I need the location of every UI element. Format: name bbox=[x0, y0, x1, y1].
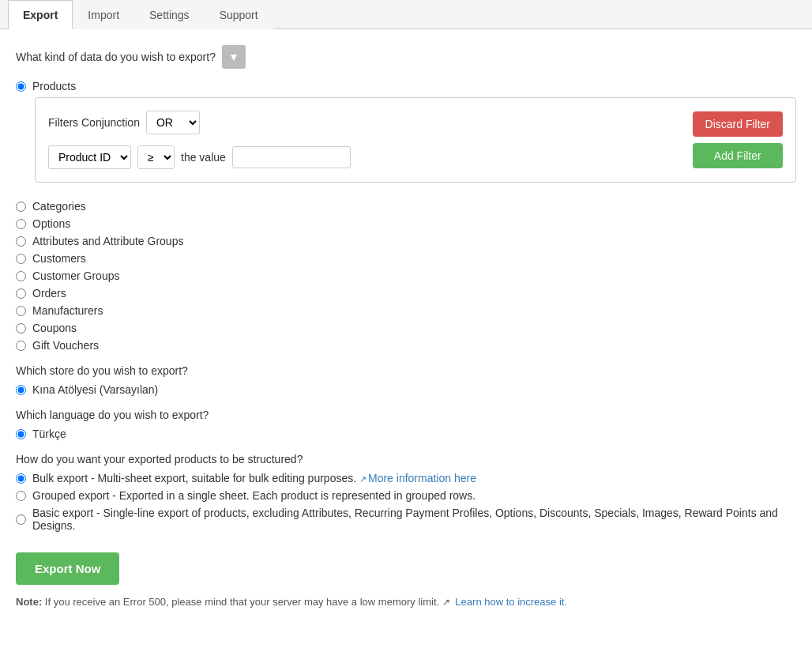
note-link[interactable]: Learn how to increase it. bbox=[455, 596, 567, 608]
tab-import[interactable]: Import bbox=[73, 0, 134, 29]
filter-value-input[interactable] bbox=[232, 146, 351, 168]
radio-coupons-label[interactable]: Coupons bbox=[32, 322, 77, 334]
export-question-row: What kind of data do you wish to export?… bbox=[16, 45, 796, 69]
more-info-link[interactable]: More information here bbox=[359, 472, 476, 484]
radio-bulk-label[interactable]: Bulk export - Multi-sheet export, suitab… bbox=[32, 472, 476, 484]
ext-link-icon bbox=[442, 596, 453, 608]
radio-categories[interactable]: Categories bbox=[16, 200, 796, 213]
radio-gift-vouchers[interactable]: Gift Vouchers bbox=[16, 339, 796, 352]
radio-customer-groups-label[interactable]: Customer Groups bbox=[32, 269, 119, 282]
radio-orders-label[interactable]: Orders bbox=[32, 287, 66, 300]
radio-options-label[interactable]: Options bbox=[32, 217, 70, 230]
operator-select[interactable]: ≥ ≤ = ≠ > < bbox=[137, 145, 175, 169]
tab-settings[interactable]: Settings bbox=[134, 0, 205, 29]
radio-attributes[interactable]: Attributes and Attribute Groups bbox=[16, 235, 796, 247]
radio-customers[interactable]: Customers bbox=[16, 252, 796, 265]
radio-manufacturers[interactable]: Manufacturers bbox=[16, 304, 796, 317]
data-type-group: Products Filters Conjunction OR AND Prod… bbox=[16, 80, 796, 352]
filter-icon: ▼ bbox=[222, 45, 246, 69]
radio-gift-vouchers-label[interactable]: Gift Vouchers bbox=[32, 339, 99, 352]
tab-export[interactable]: Export bbox=[8, 0, 73, 29]
discard-filter-button[interactable]: Discard Filter bbox=[693, 111, 783, 137]
radio-store-kina[interactable]: Kına Atölyesi (Varsayılan) bbox=[16, 383, 796, 396]
tab-support[interactable]: Support bbox=[205, 0, 273, 29]
radio-basic[interactable]: Basic export - Single-line export of pro… bbox=[16, 507, 796, 532]
radio-orders[interactable]: Orders bbox=[16, 287, 796, 300]
language-tr-label[interactable]: Türkçe bbox=[32, 428, 66, 440]
add-filter-button[interactable]: Add Filter bbox=[693, 143, 783, 168]
radio-coupons[interactable]: Coupons bbox=[16, 322, 796, 334]
language-question: Which language do you wish to export? bbox=[16, 409, 796, 421]
note-prefix: Note: bbox=[16, 596, 42, 608]
store-group: Kına Atölyesi (Varsayılan) bbox=[16, 383, 796, 396]
radio-products[interactable]: Products bbox=[16, 80, 796, 92]
export-now-button[interactable]: Export Now bbox=[16, 552, 119, 585]
export-question-text: What kind of data do you wish to export? bbox=[16, 51, 216, 63]
radio-language-tr[interactable]: Türkçe bbox=[16, 428, 796, 440]
radio-bulk[interactable]: Bulk export - Multi-sheet export, suitab… bbox=[16, 472, 796, 484]
radio-grouped-label[interactable]: Grouped export - Exported in a single sh… bbox=[32, 489, 476, 502]
radio-products-label[interactable]: Products bbox=[32, 80, 76, 92]
radio-options[interactable]: Options bbox=[16, 217, 796, 230]
language-group: Türkçe bbox=[16, 428, 796, 440]
radio-attributes-label[interactable]: Attributes and Attribute Groups bbox=[32, 235, 183, 247]
filter-row: Product ID Name SKU Price Quantity Statu… bbox=[48, 145, 783, 169]
store-question: Which store do you wish to export? bbox=[16, 364, 796, 377]
structure-question: How do you want your exported products t… bbox=[16, 453, 796, 465]
conjunction-row: Filters Conjunction OR AND bbox=[48, 111, 783, 134]
filter-box: Filters Conjunction OR AND Product ID Na… bbox=[35, 97, 796, 183]
note-text: If you receive an Error 500, please mind… bbox=[45, 596, 439, 608]
radio-manufacturers-label[interactable]: Manufacturers bbox=[32, 304, 103, 317]
tabs-bar: Export Import Settings Support bbox=[0, 0, 812, 29]
filter-buttons: Discard Filter Add Filter bbox=[693, 111, 783, 168]
radio-basic-label[interactable]: Basic export - Single-line export of pro… bbox=[32, 507, 796, 532]
radio-customer-groups[interactable]: Customer Groups bbox=[16, 269, 796, 282]
conjunction-select[interactable]: OR AND bbox=[146, 111, 200, 134]
radio-categories-label[interactable]: Categories bbox=[32, 200, 86, 213]
radio-grouped[interactable]: Grouped export - Exported in a single sh… bbox=[16, 489, 796, 502]
field-select[interactable]: Product ID Name SKU Price Quantity Statu… bbox=[48, 145, 131, 169]
store-kina-label[interactable]: Kına Atölyesi (Varsayılan) bbox=[32, 383, 158, 396]
radio-customers-label[interactable]: Customers bbox=[32, 252, 86, 265]
conjunction-label: Filters Conjunction bbox=[48, 116, 140, 129]
note-row: Note: If you receive an Error 500, pleas… bbox=[16, 596, 796, 608]
value-label: the value bbox=[181, 151, 226, 164]
structure-group: Bulk export - Multi-sheet export, suitab… bbox=[16, 472, 796, 532]
